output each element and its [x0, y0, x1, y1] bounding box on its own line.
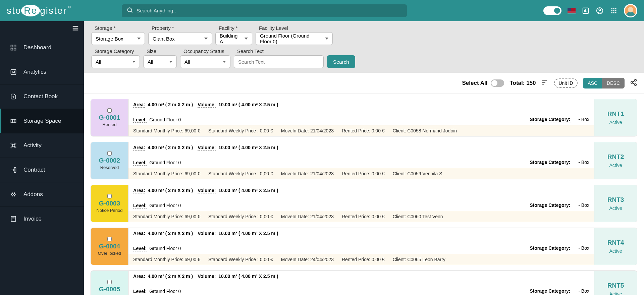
unit-status: Maintance	[100, 294, 120, 295]
select-all-toggle[interactable]	[491, 79, 504, 87]
svg-rect-21	[14, 45, 16, 47]
label-volume: Volume:	[198, 102, 216, 108]
app-header: stoRegister®	[0, 0, 644, 21]
label-category: Storage Category:	[530, 245, 570, 251]
sidebar-item-label: Analytics	[23, 69, 46, 75]
sidebar-item-contact-book[interactable]: Contact Book	[0, 84, 84, 109]
label-volume: Volume:	[198, 231, 216, 236]
value-volume: 10.00 m³ ( 4.00 m² X 2.5 m )	[218, 274, 278, 279]
sidebar-item-contract[interactable]: Contract	[0, 158, 84, 182]
movein-date: MoveIn Date: 24/04/2023	[281, 257, 334, 262]
weekly-price: Standard Weekly Price : 0,00 €	[208, 214, 273, 219]
activity-icon	[10, 142, 17, 149]
size-select[interactable]: All	[143, 55, 177, 68]
filter-label-size: Size	[143, 48, 177, 54]
list-toolbar: Select All Total: 150 Unit ID ASC DESC	[84, 73, 644, 94]
movein-date: MoveIn Date: 21/04/2023	[281, 128, 334, 133]
sidebar-item-storage-space[interactable]: Storage Space	[0, 109, 84, 133]
svg-point-47	[14, 194, 15, 195]
menu-toggle-icon[interactable]	[72, 24, 79, 33]
storage-icon	[10, 118, 17, 124]
svg-rect-22	[11, 48, 13, 50]
unit-row[interactable]: G-0002 Reserved Area: 4.00 m² ( 2 m X 2 …	[91, 142, 637, 179]
monthly-price: Standard Monthly Price: 69,00 €	[133, 128, 200, 133]
analytics-icon	[10, 69, 17, 75]
profile-icon[interactable]	[596, 7, 604, 15]
sidebar-item-analytics[interactable]: Analytics	[0, 60, 84, 84]
sidebar-item-label: Contact Book	[23, 93, 58, 100]
unit-right-panel[interactable]: RNT4 Active	[594, 228, 637, 265]
search-text-input[interactable]	[234, 55, 324, 68]
weekly-price: Standard Weekly Price : 0,00 €	[208, 128, 273, 133]
label-volume: Volume:	[198, 274, 216, 279]
unit-right-panel[interactable]: RNT5 Active	[594, 271, 637, 295]
unit-checkbox[interactable]	[107, 108, 112, 113]
dashboard-icon	[10, 44, 17, 51]
movein-date: MoveIn Date: 21/04/2023	[281, 171, 334, 176]
label-category: Storage Category:	[530, 288, 570, 294]
filter-label-category: Storage Category	[91, 48, 140, 54]
rented-price: Rented Price: 0,00 €	[342, 171, 385, 176]
search-button[interactable]: Search	[327, 55, 355, 68]
filter-label-occupancy: Occupancy Status	[180, 48, 230, 54]
unit-checkbox[interactable]	[107, 280, 112, 284]
unit-row[interactable]: G-0005 Maintance Area: 4.00 m² ( 2 m X 2…	[91, 271, 637, 295]
label-area: Area:	[133, 145, 145, 151]
invoice-icon	[10, 216, 17, 222]
unit-row[interactable]: G-0003 Notice Period Area: 4.00 m² ( 2 m…	[91, 185, 637, 222]
apps-grid-icon[interactable]	[610, 7, 618, 15]
unit-right-panel[interactable]: RNT3 Active	[594, 185, 637, 222]
label-level: Level:	[133, 289, 147, 294]
sidebar-item-invoice[interactable]: Invoice	[0, 206, 84, 231]
sidebar-item-addons[interactable]: Addons	[0, 182, 84, 206]
svg-rect-20	[11, 45, 13, 47]
share-icon[interactable]	[630, 79, 637, 87]
unit-right-panel[interactable]: RNT2 Active	[594, 142, 637, 179]
unit-checkbox[interactable]	[107, 151, 112, 156]
unit-id-pill[interactable]: Unit ID	[554, 78, 578, 88]
value-area: 4.00 m² ( 2 m X 2 m )	[148, 231, 193, 236]
client: Client: C0059 Vennila S	[393, 171, 442, 176]
rented-price: Rented Price: 0,00 €	[342, 214, 385, 219]
value-area: 4.00 m² ( 2 m X 2 m )	[148, 188, 193, 193]
storage-select[interactable]: Storage Box	[91, 32, 145, 45]
sidebar-item-dashboard[interactable]: Dashboard	[0, 35, 84, 60]
value-category: - Box	[578, 160, 589, 165]
logo[interactable]: stoRegister®	[7, 4, 71, 17]
sort-icon[interactable]	[541, 79, 549, 87]
label-category: Storage Category:	[530, 202, 570, 208]
unit-row[interactable]: G-0001 Rented Area: 4.00 m² ( 2 m X 2 m …	[91, 99, 637, 136]
unit-id: G-0004	[99, 243, 120, 250]
occupancy-select[interactable]: All	[180, 55, 230, 68]
main-content: Storage * Storage Box Property * Giant B…	[84, 21, 644, 295]
unit-row[interactable]: G-0004 Over locked Area: 4.00 m² ( 2 m X…	[91, 228, 637, 265]
global-search-input[interactable]	[122, 4, 407, 17]
locale-flag-icon[interactable]	[568, 8, 576, 13]
property-select[interactable]: Giant Box	[148, 32, 212, 45]
label-level: Level:	[133, 246, 147, 251]
unit-checkbox[interactable]	[107, 237, 112, 241]
unit-right-panel[interactable]: RNT1 Active	[594, 99, 637, 136]
unit-checkbox[interactable]	[107, 194, 112, 198]
dark-mode-toggle[interactable]	[543, 6, 561, 15]
sidebar-item-label: Contract	[23, 167, 45, 173]
client: Client: C0058 Normand Jodoin	[393, 128, 457, 133]
sort-desc-button[interactable]: DESC	[602, 78, 625, 88]
svg-point-60	[631, 81, 633, 83]
svg-point-40	[15, 147, 16, 148]
label-level: Level:	[133, 117, 147, 123]
svg-point-39	[11, 147, 12, 148]
avatar[interactable]	[624, 4, 637, 17]
sort-asc-button[interactable]: ASC	[583, 78, 602, 88]
filter-label-storage: Storage *	[91, 25, 145, 31]
unit-id: G-0005	[99, 286, 120, 293]
analytics-icon[interactable]	[582, 7, 590, 15]
sidebar-item-activity[interactable]: Activity	[0, 133, 84, 158]
category-select[interactable]: All	[91, 55, 140, 68]
facility-level-select[interactable]: Ground Floor (Ground Floor 0)	[256, 32, 333, 45]
value-level: Ground Floor 0	[149, 160, 181, 165]
label-level: Level:	[133, 160, 147, 166]
facility-select[interactable]: Building A	[215, 32, 252, 45]
value-level: Ground Floor 0	[149, 289, 181, 294]
svg-point-28	[13, 96, 14, 97]
